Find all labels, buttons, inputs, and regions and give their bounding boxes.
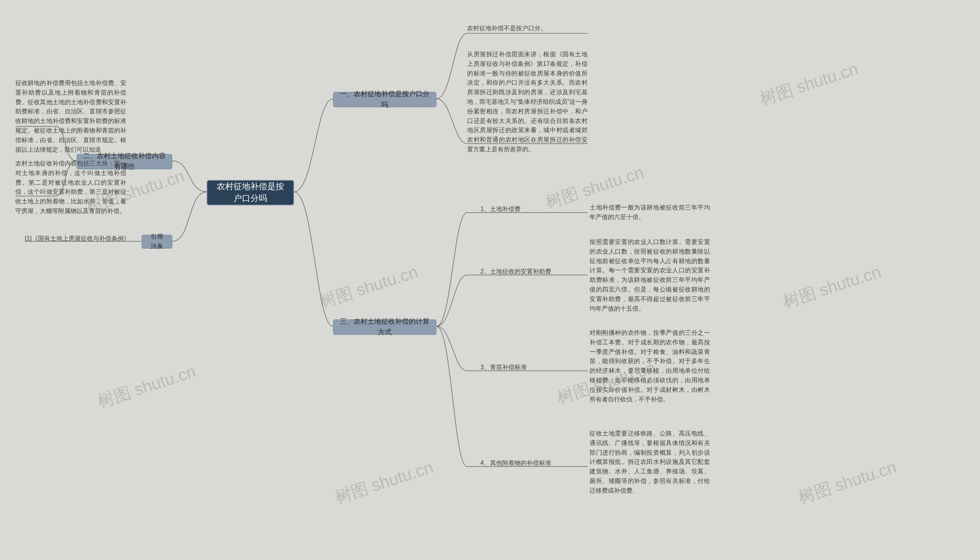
branch-4-label: 引用法条: [148, 232, 166, 251]
root-title: 农村征地补偿是按户口分吗: [215, 181, 286, 205]
branch-4[interactable]: 引用法条: [142, 235, 172, 248]
branch-1-leaf-1: 农村征地补偿不是按户口分。: [467, 24, 588, 33]
branch-1-label: 一、农村征地补偿是按户口分吗: [340, 89, 430, 110]
branch-3-item-1-num: 1、土地补偿费: [480, 205, 521, 214]
branch-4-leaf-1: [1]《国有土地上房屋征收与补偿条例》: [25, 234, 130, 243]
watermark: 树图 shutu.cn: [795, 456, 899, 509]
branch-3-item-3-text: 对刚刚播种的农作物，按季产值的三分之一补偿工本费。对于成长期的农作物，最高按一季…: [590, 328, 710, 404]
branch-3-item-2-text: 按照需要安置的农业人口数计算。需要安置的农业人口数，按照被征收的耕地数量除以征地…: [590, 237, 710, 313]
watermark: 树图 shutu.cn: [757, 57, 861, 110]
branch-3-item-4-text: 征收土地需要迁移铁路、公路、高压电线、通讯线、广播线等，要根据具体情况和有关部门…: [590, 429, 710, 496]
branch-1[interactable]: 一、农村征地补偿是按户口分吗: [333, 92, 437, 107]
branch-3-item-3-num: 3、青苗补偿标准: [480, 363, 527, 372]
branch-3-item-2-num: 2、土地征收的安置补助费: [480, 267, 551, 277]
branch-2-leaf-2: 农村土地征收补偿内容包括三大块：第一对土地本身的补偿，这个叫做土地补偿费。第二是…: [15, 159, 126, 216]
branch-3-item-4-num: 4、其他附着物的补偿标准: [480, 458, 551, 468]
branch-1-leaf-2: 从房屋拆迁补偿层面来讲，根据《国有土地上房屋征收与补偿条例》第17条规定，补偿的…: [467, 50, 588, 154]
branch-3[interactable]: 三、农村土地征收补偿的计算方式: [333, 320, 437, 335]
branch-3-label: 三、农村土地征收补偿的计算方式: [340, 317, 430, 338]
watermark: 树图 shutu.cn: [317, 260, 421, 313]
branch-2-leaf-1b: 征收耕地的补偿费用包括土地补偿费、安置补助费以及地上附着物和青苗的补偿费。征收其…: [15, 78, 126, 154]
branch-3-item-1-text: 土地补偿费一般为该耕地被征收前三年平均年产值的六至十倍。: [590, 203, 710, 222]
watermark: 树图 shutu.cn: [780, 260, 884, 313]
watermark: 树图 shutu.cn: [332, 456, 436, 509]
root-node[interactable]: 农村征地补偿是按户口分吗: [207, 180, 294, 205]
mindmap-canvas: 树图 shutu.cn 树图 shutu.cn 树图 shutu.cn 树图 s…: [0, 0, 980, 560]
watermark: 树图 shutu.cn: [95, 360, 199, 413]
